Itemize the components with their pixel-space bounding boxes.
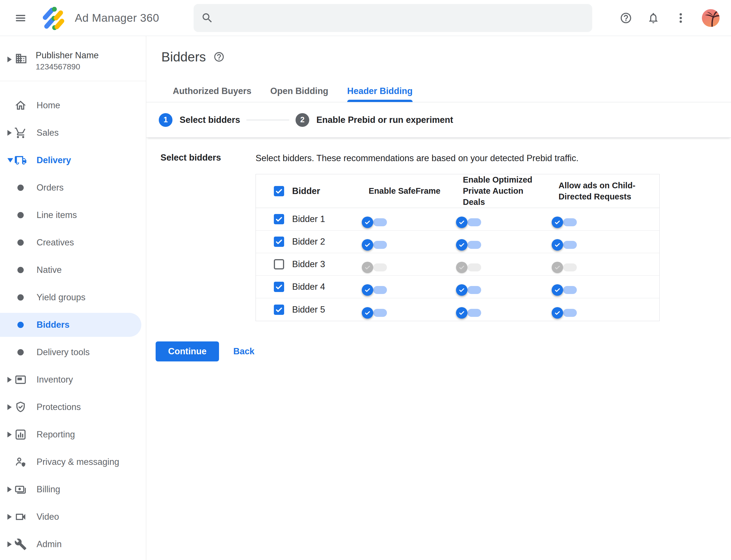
sidebar-item-label: Yield groups <box>37 292 85 303</box>
table-row-bidder-4: Bidder 4 <box>256 276 659 298</box>
cell-safeframe <box>368 239 463 244</box>
column-header-safeframe: Enable SafeFrame <box>368 185 463 197</box>
cart-icon <box>14 127 27 139</box>
step-label: Enable Prebid or run experiment <box>317 115 453 125</box>
tab-header-bidding[interactable]: Header Bidding <box>347 86 412 102</box>
person-shield-icon <box>14 456 27 468</box>
column-header-child-directed: Allow ads on Child-Directed Requests <box>558 180 659 202</box>
cell-child-directed <box>558 307 659 312</box>
sidebar-item-protections[interactable]: Protections <box>0 393 146 421</box>
sidebar-item-label: Native <box>37 265 62 275</box>
sidebar-item-video[interactable]: Video <box>0 503 146 531</box>
search-input[interactable] <box>214 4 592 32</box>
cell-bidder: Bidder 1 <box>274 214 368 224</box>
bullet-icon <box>17 212 24 218</box>
building-icon <box>15 52 27 65</box>
table-body: Bidder 1 Bidder 2 Bidder 3 <box>256 208 659 321</box>
menu-icon[interactable] <box>14 12 27 24</box>
back-link[interactable]: Back <box>233 346 255 357</box>
chevron-right-icon <box>7 487 12 492</box>
sidebar: Publisher Name 1234567890 HomeSalesDeliv… <box>0 36 146 560</box>
sidebar-item-label: Delivery tools <box>37 347 90 357</box>
cell-safeframe <box>368 262 463 267</box>
sidebar-item-delivery[interactable]: Delivery <box>0 147 146 174</box>
notifications-icon[interactable] <box>647 12 660 24</box>
row-checkbox-bidder-4[interactable] <box>274 282 284 292</box>
payments-icon <box>14 483 27 496</box>
sidebar-nav: HomeSalesDeliveryOrdersLine itemsCreativ… <box>0 81 146 558</box>
sidebar-item-sales[interactable]: Sales <box>0 119 146 147</box>
cell-child-directed <box>558 284 659 289</box>
row-checkbox-bidder-5[interactable] <box>274 305 284 315</box>
home-icon <box>14 99 27 112</box>
search-bar[interactable] <box>194 4 592 32</box>
cell-child-directed <box>558 217 659 222</box>
chevron-right-icon <box>7 404 12 410</box>
table-row-bidder-1: Bidder 1 <box>256 208 659 231</box>
bullet-icon <box>17 185 24 191</box>
bullet-icon <box>17 267 24 273</box>
app-name: Ad Manager 360 <box>75 12 159 24</box>
chevron-right-icon <box>7 130 12 136</box>
tab-authorized-buyers[interactable]: Authorized Buyers <box>173 86 252 102</box>
step-2[interactable]: 2 Enable Prebid or run experiment <box>296 113 453 127</box>
palm-tree-icon <box>702 9 720 27</box>
sidebar-item-admin[interactable]: Admin <box>0 531 146 558</box>
tab-open-bidding[interactable]: Open Bidding <box>271 86 329 102</box>
table-row-bidder-5: Bidder 5 <box>256 298 659 321</box>
sidebar-item-line-items[interactable]: Line items <box>0 201 146 229</box>
table-row-bidder-3: Bidder 3 <box>256 253 659 276</box>
step-label: Select bidders <box>180 115 240 125</box>
search-icon <box>201 12 214 24</box>
sidebar-item-reporting[interactable]: Reporting <box>0 421 146 448</box>
row-checkbox-bidder-3[interactable] <box>274 259 284 269</box>
sidebar-item-yield-groups[interactable]: Yield groups <box>0 284 146 311</box>
avatar[interactable] <box>702 9 720 27</box>
ad-unit-icon <box>14 373 27 386</box>
sidebar-item-privacy-messaging[interactable]: Privacy & messaging <box>0 448 146 476</box>
bar-chart-icon <box>14 428 27 441</box>
step-connector <box>247 120 289 120</box>
sidebar-item-inventory[interactable]: Inventory <box>0 366 146 393</box>
chevron-right-icon <box>7 514 12 520</box>
sidebar-item-native[interactable]: Native <box>0 256 146 284</box>
sidebar-item-label: Creatives <box>37 237 74 248</box>
sidebar-item-orders[interactable]: Orders <box>0 174 146 201</box>
continue-button[interactable]: Continue <box>156 341 219 361</box>
select-all-checkbox[interactable] <box>274 186 284 196</box>
row-checkbox-bidder-1[interactable] <box>274 214 284 224</box>
bullet-icon <box>17 349 24 355</box>
publisher-switcher[interactable]: Publisher Name 1234567890 <box>0 36 146 81</box>
sidebar-item-label: Sales <box>37 128 59 138</box>
sidebar-item-label: Billing <box>37 484 60 495</box>
sidebar-item-bidders[interactable]: Bidders <box>0 311 146 339</box>
table-header-row: Bidder Enable SafeFrame Enable Optimized… <box>256 174 659 208</box>
bullet-icon <box>17 322 24 328</box>
section-label: Select bidders <box>161 153 221 163</box>
top-app-bar: Ad Manager 360 <box>0 0 731 36</box>
wrench-icon <box>14 538 27 551</box>
sidebar-item-label: Home <box>37 100 60 111</box>
help-icon[interactable] <box>620 12 632 24</box>
cell-child-directed <box>558 262 659 267</box>
cell-optimized-deals <box>463 262 558 267</box>
main-content: Bidders Authorized BuyersOpen BiddingHea… <box>146 36 731 560</box>
sidebar-item-creatives[interactable]: Creatives <box>0 229 146 256</box>
cell-bidder: Bidder 2 <box>274 237 368 247</box>
more-vert-icon[interactable] <box>674 12 687 24</box>
sidebar-item-label: Delivery <box>37 155 71 165</box>
ad-manager-logo-icon <box>42 7 65 29</box>
page-help-icon[interactable] <box>213 51 225 63</box>
cell-child-directed <box>558 239 659 244</box>
sidebar-item-label: Reporting <box>37 429 75 440</box>
row-checkbox-bidder-2[interactable] <box>274 237 284 247</box>
column-header: Bidder <box>292 185 332 197</box>
sidebar-item-delivery-tools[interactable]: Delivery tools <box>0 339 146 366</box>
cell-bidder: Bidder 3 <box>274 259 368 269</box>
chevron-right-icon <box>7 432 12 437</box>
topbar-actions <box>620 0 731 36</box>
sidebar-item-home[interactable]: Home <box>0 92 146 119</box>
cell-optimized-deals <box>463 307 558 312</box>
step-1[interactable]: 1 Select bidders <box>159 113 240 127</box>
sidebar-item-billing[interactable]: Billing <box>0 476 146 503</box>
